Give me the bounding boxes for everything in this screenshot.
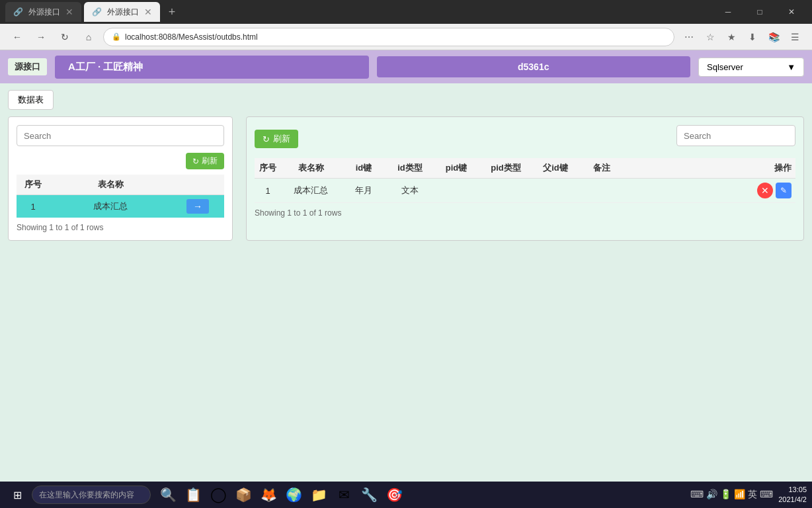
right-table-header: 序号 表名称 id键 id类型 pid键 pid类型 父id键 备注 操作 (255, 158, 795, 179)
right-row-name: 成本汇总 (281, 185, 341, 196)
tray-ime-icon: 英 (748, 489, 757, 501)
right-col-fidkey: 父id键 (532, 162, 579, 174)
left-col-seq: 序号 (17, 179, 50, 190)
left-search-input[interactable] (17, 125, 224, 146)
url-text: localhost:8088/MesAssist/outdbs.html (125, 32, 258, 42)
security-icon: 🔒 (112, 32, 121, 41)
taskbar-app-multitask[interactable]: 📋 (181, 483, 205, 507)
address-bar: ← → ↻ ⌂ 🔒 localhost:8088/MesAssist/outdb… (0, 24, 812, 50)
taskbar: ⊞ 在这里输入你要搜索的内容 🔍 📋 ◯ 📦 🦊 🌍 📁 ✉ 🔧 🎯 ⌨ 🔊 🔋… (0, 482, 812, 508)
app-header: 源接口 A工厂 · 工匠精神 d5361c Sqlserver ▼ (0, 50, 812, 83)
tables-container: ↻ 刷新 序号 表名称 1 成本汇总 → Showing 1 to 1 (8, 116, 804, 241)
left-table-header: 序号 表名称 (17, 175, 224, 195)
pocket-button[interactable]: ☆ (701, 28, 719, 46)
menu-button[interactable]: ☰ (786, 28, 804, 46)
library-button[interactable]: 📚 (764, 28, 783, 46)
right-showing-rows: Showing 1 to 1 of 1 rows (255, 208, 795, 218)
tab-favicon-1: 🔗 (13, 7, 23, 17)
tray-network-icon: 📶 (734, 489, 745, 501)
right-row-seq: 1 (255, 186, 281, 196)
right-col-remark: 备注 (579, 162, 625, 174)
window-controls: ─ □ ✕ (713, 0, 807, 24)
taskbar-app-explorer[interactable]: 📁 (307, 483, 331, 507)
tab-favicon-2: 🔗 (92, 7, 102, 17)
left-row-seq: 1 (17, 202, 50, 212)
right-row-action: ✕ ✎ (625, 183, 795, 198)
right-col-pidkey: pid键 (433, 162, 479, 174)
tray-ime2-icon: ⌨ (760, 489, 773, 501)
right-row-idtype: 文本 (387, 185, 433, 196)
left-col-name: 表名称 (50, 179, 171, 190)
db-type-label: Sqlserver (707, 62, 743, 72)
taskbar-app-store[interactable]: 📦 (231, 483, 255, 507)
right-row-idkey: 年月 (341, 185, 387, 196)
taskbar-app-cortana[interactable]: 🔍 (156, 483, 180, 507)
taskbar-app-firefox[interactable]: 🦊 (257, 483, 280, 507)
system-tray-icons: ⌨ 🔊 🔋 📶 英 ⌨ (690, 489, 773, 501)
right-refresh-icon: ↻ (263, 134, 270, 144)
right-col-idkey: id键 (341, 162, 387, 174)
app-brand: A工厂 · 工匠精神 (55, 56, 369, 79)
page-content: 源接口 A工厂 · 工匠精神 d5361c Sqlserver ▼ 数据表 ↻ … (0, 50, 812, 482)
tray-volume-icon: 🔊 (706, 489, 717, 501)
browser-tab-2[interactable]: 🔗 外源接口 ✕ (84, 2, 160, 22)
taskbar-apps: 🔍 📋 ◯ 📦 🦊 🌍 📁 ✉ 🔧 🎯 (156, 483, 406, 507)
right-panel: ↻ 刷新 序号 表名称 id键 id类型 pid键 pid类型 父id键 备注 … (246, 116, 804, 241)
refresh-icon: ↻ (192, 157, 199, 166)
taskbar-datetime: 13:05 2021/4/2 (778, 485, 807, 505)
app-id: d5361c (377, 56, 691, 77)
right-table-row[interactable]: 1 成本汇总 年月 文本 ✕ ✎ (255, 179, 795, 203)
left-refresh-button[interactable]: ↻ 刷新 (186, 153, 224, 169)
taskbar-app-tool2[interactable]: 🎯 (382, 483, 406, 507)
download-button[interactable]: ⬇ (743, 28, 762, 46)
forward-button[interactable]: → (32, 28, 50, 46)
right-refresh-button[interactable]: ↻ 刷新 (255, 130, 298, 148)
taskbar-app-mail[interactable]: ✉ (332, 483, 356, 507)
left-table-row[interactable]: 1 成本汇总 → (17, 195, 224, 218)
taskbar-app-tool1[interactable]: 🔧 (357, 483, 381, 507)
address-input[interactable]: 🔒 localhost:8088/MesAssist/outdbs.html (103, 28, 674, 46)
left-col-action (171, 179, 224, 190)
tray-keyboard-icon: ⌨ (690, 489, 704, 501)
source-label: 源接口 (8, 58, 47, 75)
tab-close-2[interactable]: ✕ (144, 7, 152, 17)
address-actions: ⋯ ☆ ★ ⬇ 📚 ☰ (680, 28, 804, 46)
maximize-button[interactable]: □ (745, 0, 775, 24)
right-col-seq: 序号 (255, 162, 281, 174)
back-button[interactable]: ← (8, 28, 26, 46)
extensions-button[interactable]: ⋯ (680, 28, 698, 46)
right-col-name: 表名称 (281, 162, 341, 174)
tray-battery-icon: 🔋 (720, 489, 731, 501)
bookmark-button[interactable]: ★ (722, 28, 741, 46)
main-area: 数据表 ↻ 刷新 序号 表名称 1 (0, 83, 812, 482)
browser-tab-1[interactable]: 🔗 外源接口 ✕ (5, 2, 81, 22)
taskbar-app-chrome[interactable]: ◯ (206, 483, 230, 507)
close-button[interactable]: ✕ (776, 0, 807, 24)
browser-titlebar: 🔗 外源接口 ✕ 🔗 外源接口 ✕ + ─ □ ✕ (0, 0, 812, 24)
taskbar-date-value: 2021/4/2 (778, 495, 807, 505)
left-showing-rows: Showing 1 to 1 of 1 rows (17, 223, 224, 232)
tab-label-1: 外源接口 (28, 7, 60, 18)
home-button[interactable]: ⌂ (79, 28, 98, 46)
edit-row-button[interactable]: ✎ (776, 183, 792, 198)
taskbar-app-edge[interactable]: 🌍 (282, 483, 305, 507)
right-col-pidtype: pid类型 (479, 162, 532, 174)
db-type-arrow-icon: ▼ (787, 62, 795, 72)
left-row-action: → (171, 199, 224, 214)
right-col-idtype: id类型 (387, 162, 433, 174)
delete-row-button[interactable]: ✕ (757, 183, 773, 198)
taskbar-right: ⌨ 🔊 🔋 📶 英 ⌨ 13:05 2021/4/2 (690, 485, 807, 505)
tab-close-1[interactable]: ✕ (65, 7, 73, 17)
left-row-name: 成本汇总 (50, 200, 171, 212)
select-row-button[interactable]: → (186, 199, 209, 214)
taskbar-search[interactable]: 在这里输入你要搜索的内容 (32, 486, 151, 504)
data-table-button[interactable]: 数据表 (8, 90, 54, 110)
tab-label-2: 外源接口 (107, 7, 139, 18)
minimize-button[interactable]: ─ (713, 0, 743, 24)
db-type-select[interactable]: Sqlserver ▼ (698, 58, 804, 77)
new-tab-button[interactable]: + (163, 3, 181, 21)
right-search-input[interactable] (676, 125, 795, 146)
start-button[interactable]: ⊞ (5, 483, 29, 507)
taskbar-time-value: 13:05 (778, 485, 807, 495)
refresh-button[interactable]: ↻ (56, 28, 74, 46)
